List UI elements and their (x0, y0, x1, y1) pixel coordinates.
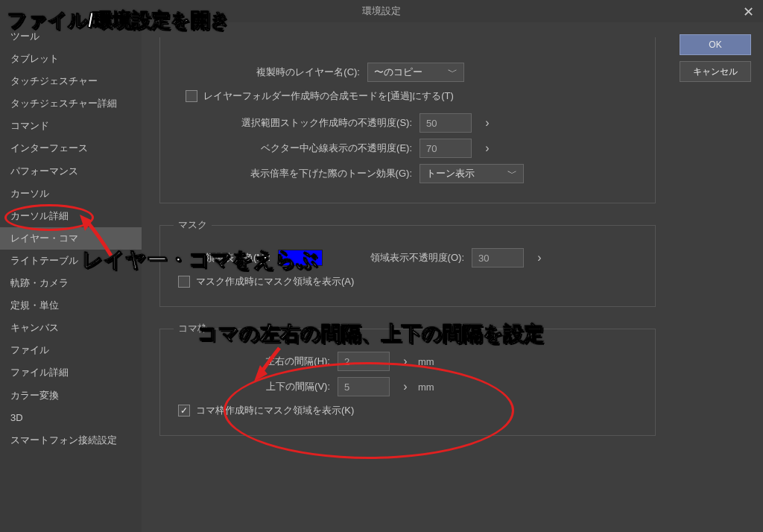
layer-group: 複製時のレイヤー名(C): 〜のコピー ﹀ レイヤーフォルダー作成時の合成モード… (159, 37, 656, 203)
folder-passthrough-checkbox[interactable] (186, 90, 197, 102)
close-icon[interactable]: ✕ (739, 3, 757, 21)
tone-scaledown-label: 表示倍率を下げた際のトーン効果(G): (174, 167, 420, 180)
sidebar-item-performance[interactable]: パフォーマンス (0, 160, 142, 183)
sidebar-item-file[interactable]: ファイル (0, 339, 142, 361)
duplicate-name-dropdown[interactable]: 〜のコピー ﹀ (367, 63, 464, 82)
vector-center-opacity-input[interactable]: 70 (420, 139, 472, 158)
sidebar-item-ruler-unit[interactable]: 定規・単位 (0, 294, 142, 317)
chevron-down-icon: ﹀ (507, 167, 517, 180)
frame-show-mask-checkbox[interactable]: ✓ (178, 405, 190, 417)
main-panel: 複製時のレイヤー名(C): 〜のコピー ﹀ レイヤーフォルダー作成時の合成モード… (142, 22, 763, 532)
stepper-icon[interactable]: › (481, 116, 494, 130)
stepper-icon[interactable]: › (533, 251, 546, 265)
frame-hgap-input[interactable]: 2 (338, 352, 390, 371)
annotation-text: コマの左右の間隔、上下の間隔を設定 (197, 320, 544, 347)
sidebar-item-touch-gesture[interactable]: タッチジェスチャー (0, 70, 142, 92)
sel-stock-opacity-input[interactable]: 50 (420, 113, 472, 133)
sidebar-item-color-convert[interactable]: カラー変換 (0, 384, 142, 407)
stepper-icon[interactable]: › (399, 355, 412, 368)
frame-hgap-unit: mm (418, 356, 434, 367)
annotation-text: ファイル/環境設定を開き (7, 7, 230, 34)
mask-legend: マスク (174, 218, 212, 232)
cancel-button[interactable]: キャンセル (680, 61, 751, 82)
dialog-title: 環境設定 (362, 4, 401, 18)
sidebar-item-canvas[interactable]: キャンバス (0, 317, 142, 339)
frame-vgap-unit: mm (418, 381, 434, 393)
vector-center-opacity-label: ベクター中心線表示の不透明度(E): (174, 142, 420, 155)
annotation-text: レイヤー・コマをえらぶ (82, 246, 318, 274)
mask-area-opacity-input[interactable]: 30 (472, 248, 524, 267)
sidebar-item-command[interactable]: コマンド (0, 115, 142, 137)
stepper-icon[interactable]: › (481, 142, 494, 155)
frame-hgap-label: 左右の間隔(H): (241, 355, 338, 368)
mask-area-opacity-label: 領域表示不透明度(O): (323, 251, 472, 265)
tone-scaledown-dropdown[interactable]: トーン表示 ﹀ (420, 164, 524, 183)
sidebar-item-3d[interactable]: 3D (0, 407, 142, 429)
duplicate-name-label: 複製時のレイヤー名(C): (174, 66, 367, 79)
sidebar-item-track-camera[interactable]: 軌跡・カメラ (0, 272, 142, 294)
stepper-icon[interactable]: › (399, 380, 412, 393)
mask-show-on-create-label: マスク作成時にマスク領域を表示(A) (196, 275, 354, 288)
sidebar-item-interface[interactable]: インターフェース (0, 137, 142, 159)
sidebar-item-smartphone[interactable]: スマートフォン接続設定 (0, 429, 142, 452)
folder-passthrough-label: レイヤーフォルダー作成時の合成モードを[通過]にする(T) (203, 89, 454, 103)
sidebar-item-cursor[interactable]: カーソル (0, 183, 142, 205)
sidebar-item-tablet[interactable]: タブレット (0, 48, 142, 70)
sidebar-item-cursor-detail[interactable]: カーソル詳細 (0, 205, 142, 227)
frame-show-mask-label: コマ枠作成時にマスク領域を表示(K) (196, 404, 354, 417)
sidebar: ツール タブレット タッチジェスチャー タッチジェスチャー詳細 コマンド インタ… (0, 22, 142, 532)
sel-stock-opacity-label: 選択範囲ストック作成時の不透明度(S): (174, 116, 420, 130)
sidebar-item-touch-gesture-detail[interactable]: タッチジェスチャー詳細 (0, 92, 142, 115)
mask-show-on-create-checkbox[interactable] (178, 276, 190, 288)
chevron-down-icon: ﹀ (448, 66, 458, 79)
frame-vgap-input[interactable]: 5 (338, 377, 390, 396)
sidebar-item-file-detail[interactable]: ファイル詳細 (0, 361, 142, 384)
ok-button[interactable]: OK (680, 34, 751, 55)
frame-vgap-label: 上下の間隔(V): (241, 380, 338, 393)
